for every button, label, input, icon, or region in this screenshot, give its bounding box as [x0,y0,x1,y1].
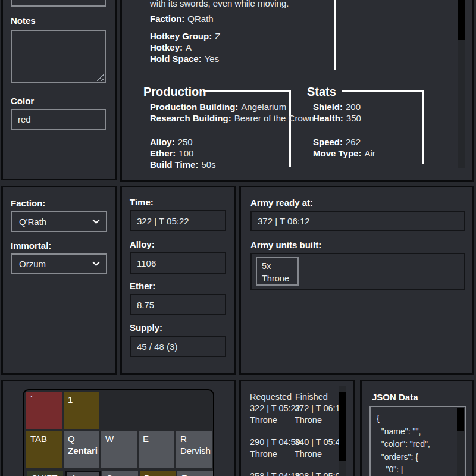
health-label: Health: [313,113,343,123]
hotkey-group-label: Hotkey Group: [150,31,212,41]
production-building-value: Angelarium [241,102,286,112]
order-requested-unit: Throne [250,415,277,425]
json-line: { [377,412,465,425]
production-title: Production [143,85,206,99]
hold-space-label: Hold Space: [150,54,202,64]
section-divider [334,0,336,70]
key-r[interactable]: R Dervish [176,431,212,468]
hotkey-label: Hotkey: [150,42,183,52]
chevron-down-icon [92,216,100,224]
name-input[interactable] [11,0,106,7]
hotkey-group-value: Z [215,31,220,41]
hold-space-row: Hold Space:Yes [150,53,219,64]
key-e[interactable]: E [139,431,174,468]
alloy-label: Alloy: [130,239,155,249]
army-unit-name: Throne [262,273,293,285]
resources-panel: Time: Alloy: Ether: Supply: [120,186,236,375]
build-time-value: 50s [201,159,215,170]
json-panel: JSON Data { "name": "", "color": "red", … [360,380,474,476]
faction-select[interactable]: Q'Rath [11,211,107,232]
shield-value: 200 [346,102,361,112]
key-label: W [105,433,133,445]
key-s[interactable]: S [102,471,138,476]
key-a[interactable]: A [65,471,101,476]
order-finished-unit: Throne [295,415,322,425]
speed-value: 262 [346,137,361,147]
hold-space-value: Yes [205,54,219,64]
time-label: Time: [130,197,154,207]
alloy-cost-label: Alloy: [150,137,175,147]
json-code-box[interactable]: { "name": "", "color": "red", "orders": … [369,406,466,476]
key-label: S [107,472,134,476]
json-data-title: JSON Data [372,392,418,402]
stats-row: Move Type:Air [313,148,375,159]
key-tab[interactable]: TAB [26,431,62,468]
unit-description: with its swords, even while moving. [150,0,289,9]
key-q[interactable]: Q Zentari [64,431,99,468]
build-time-label: Build Time: [150,159,198,170]
unit-editor-panel: Notes Color [1,0,117,180]
order-finished-time: 372 | T 06:12 [295,403,345,413]
army-ready-input[interactable] [250,211,465,231]
key-w[interactable]: W [101,431,137,468]
orders-scrollbar-thumb[interactable] [339,392,346,461]
key-label: 1 [68,394,95,406]
key-label: SHIFT [32,472,59,476]
ether-input[interactable] [130,294,226,315]
supply-label: Supply: [130,322,162,333]
order-finished-unit: Throne [295,449,322,459]
unit-faction-row: Faction:QRath [150,13,214,24]
key-unit-label: Zentari [68,445,95,457]
unit-info-scrollbar-thumb[interactable] [458,0,465,40]
army-panel: Army ready at: Army units built: 5x Thro… [239,186,474,375]
army-ready-label: Army ready at: [250,198,313,208]
unit-faction-label: Faction: [150,14,184,24]
shield-label: Shield: [313,102,343,112]
json-scrollbar-thumb[interactable] [457,408,464,431]
hotkey-group-row: Hotkey Group:Z [150,30,220,42]
key-unit-label: Dervish [180,445,208,457]
orders-panel: Requested Finished 322 | T 05:22 372 | T… [239,380,355,476]
production-building-label: Production Building: [150,102,238,112]
json-line: "name": "", [377,425,465,439]
production-row: Research Building:Bearer of the Crown [150,112,314,124]
speed-label: Speed: [313,137,343,147]
resize-grip-icon[interactable] [96,73,104,81]
key-label: R [180,433,208,445]
alloy-input[interactable] [130,252,226,274]
army-built-label: Army units built: [250,240,321,250]
unit-faction-value: QRath [187,14,213,24]
json-line: "0": [ [377,464,465,476]
order-finished-time: 340 | T 05:40 [295,437,345,447]
stats-row: Shield:200 [313,101,361,112]
immortal-select-label: Immortal: [11,240,51,250]
notes-textarea[interactable] [11,30,106,83]
json-line: "color": "red", [377,438,465,451]
keyboard-panel: ` 1 TAB Q Zentari W E R Dervish [1,380,236,476]
color-input[interactable] [11,109,106,130]
army-unit-card[interactable]: 5x Throne [256,257,299,286]
production-row: Production Building:Angelarium [150,101,286,112]
supply-input[interactable] [130,336,226,357]
time-input[interactable] [130,210,226,231]
key-backtick[interactable]: ` [26,392,62,429]
key-label: TAB [30,433,58,445]
key-label: F [181,472,209,476]
immortal-select[interactable]: Orzum [11,253,107,274]
hotkey-value: A [186,42,192,52]
faction-select-value: Q'Rath [19,217,46,227]
key-shift[interactable]: SHIFT [27,471,63,476]
army-units-container: 5x Throne [250,253,465,290]
key-1[interactable]: 1 [64,392,99,429]
key-d[interactable]: D [140,471,176,476]
keyboard: ` 1 TAB Q Zentari W E R Dervish [23,389,214,476]
order-requested-unit: Throne [250,449,277,459]
settings-panel: Faction: Q'Rath Immortal: Orzum [1,186,117,375]
production-row: Build Time:50s [150,159,216,170]
stats-row: Speed:262 [313,136,361,148]
key-f[interactable]: F [177,471,213,476]
key-label: D [144,472,171,476]
production-row: Alloy:250 [150,136,193,148]
army-unit-count: 5x [262,260,293,273]
research-building-value: Bearer of the Crown [234,113,314,123]
